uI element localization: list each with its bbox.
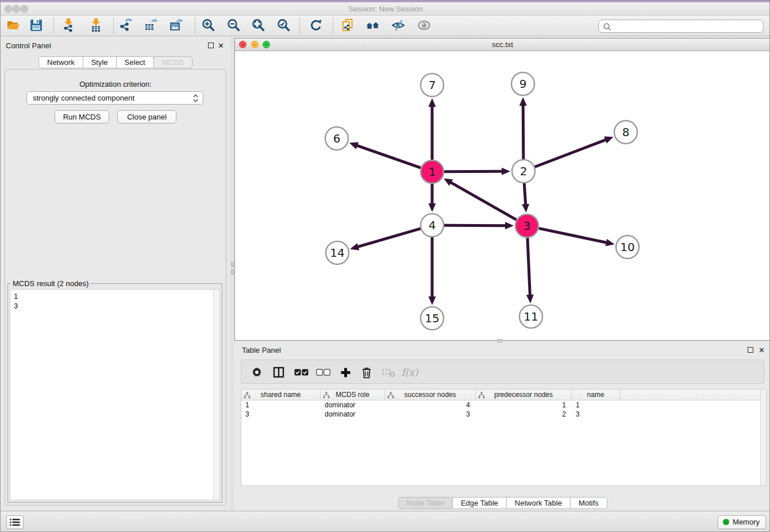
table-row[interactable]: 3dominator323 <box>241 410 760 419</box>
graph-node-6[interactable]: 6 <box>325 127 348 150</box>
search-field[interactable] <box>598 20 764 33</box>
float-table-panel-icon[interactable] <box>748 347 753 353</box>
edge-1-2[interactable] <box>444 171 503 172</box>
graph-node-1[interactable]: 1 <box>421 160 444 183</box>
refresh-layout-icon[interactable] <box>308 17 324 33</box>
close-panel-button[interactable]: Close panel <box>117 110 176 124</box>
column-header-MCDS-role[interactable]: MCDS role <box>321 390 385 400</box>
tab-motifs[interactable]: Motifs <box>570 497 607 509</box>
run-mcds-button[interactable]: Run MCDS <box>55 110 109 124</box>
table-cell[interactable]: dominator <box>321 410 385 419</box>
table-cell[interactable]: 3 <box>241 410 321 419</box>
edge-3-10[interactable] <box>539 228 607 242</box>
add-column-icon[interactable] <box>337 360 354 384</box>
edge-2-3[interactable] <box>524 183 525 205</box>
zoom-out-icon[interactable] <box>226 17 242 33</box>
column-header-predecessor-nodes[interactable]: predecessor nodes <box>476 390 572 400</box>
table-scrollbar[interactable] <box>760 390 766 485</box>
export-table-icon[interactable] <box>143 17 159 33</box>
tab-mcds[interactable]: MCDS <box>153 56 192 68</box>
import-table-icon[interactable] <box>88 17 104 33</box>
function-builder-icon[interactable]: f(x) <box>401 360 418 384</box>
edge-2-8[interactable] <box>535 140 607 167</box>
float-panel-icon[interactable] <box>208 43 214 48</box>
tab-style[interactable]: Style <box>83 56 117 68</box>
delete-column-icon[interactable] <box>358 360 375 384</box>
network-graph[interactable]: 7968124314101511 <box>235 51 770 340</box>
edge-4-3[interactable] <box>444 225 506 226</box>
edge-arrowhead <box>526 295 534 303</box>
zoom-in-icon[interactable] <box>201 17 217 33</box>
application-window: Session: New Session <box>0 0 770 532</box>
tab-network[interactable]: Network <box>38 56 83 68</box>
graph-node-2[interactable]: 2 <box>512 160 535 183</box>
save-session-icon[interactable] <box>28 17 44 33</box>
settings-gear-icon[interactable] <box>248 360 265 384</box>
network-window-titlebar[interactable]: × − + scc.txt <box>235 38 770 51</box>
control-panel: Control Panel ✕ NetworkStyleSelectMCDS O… <box>1 36 230 511</box>
tab-network-table[interactable]: Network Table <box>506 497 571 509</box>
zoom-selected-icon[interactable] <box>276 17 292 33</box>
deselect-all-icon[interactable] <box>314 360 332 384</box>
graph-node-11[interactable]: 11 <box>519 305 542 328</box>
mcds-result-area[interactable]: 13 <box>10 289 220 500</box>
edge-4-14[interactable] <box>357 229 421 247</box>
delete-table-icon[interactable] <box>380 360 397 384</box>
edge-1-6[interactable] <box>356 145 421 168</box>
column-header-successor-nodes[interactable]: successor nodes <box>385 390 476 400</box>
export-image-icon[interactable] <box>168 17 184 33</box>
memory-button[interactable]: Memory <box>718 515 766 529</box>
table-cell[interactable]: 2 <box>476 410 572 419</box>
table-cell[interactable]: dominator <box>321 400 385 410</box>
select-all-icon[interactable] <box>292 360 310 384</box>
close-panel-icon[interactable]: ✕ <box>218 43 224 49</box>
columns-view-icon[interactable] <box>270 360 287 384</box>
table-cell[interactable]: 1 <box>572 400 620 410</box>
tab-edge-table[interactable]: Edge Table <box>452 497 507 509</box>
vertical-splitter[interactable] <box>230 36 234 511</box>
edge-2-9[interactable] <box>523 105 523 159</box>
open-session-icon[interactable] <box>5 17 21 33</box>
network-canvas[interactable]: 7968124314101511 <box>235 51 770 340</box>
network-resize-handle[interactable] <box>497 339 502 342</box>
graph-node-8[interactable]: 8 <box>614 121 637 144</box>
close-table-panel-icon[interactable]: ✕ <box>759 348 765 353</box>
graph-node-14[interactable]: 14 <box>326 241 349 264</box>
column-header-shared-name[interactable]: shared name <box>241 390 321 400</box>
first-neighbors-icon[interactable] <box>365 17 381 33</box>
tab-select[interactable]: Select <box>116 56 154 68</box>
graph-node-9[interactable]: 9 <box>511 72 534 95</box>
table-cell[interactable]: 1 <box>241 400 321 410</box>
graph-node-7[interactable]: 7 <box>421 74 444 97</box>
table-row[interactable]: 1dominator411 <box>241 400 760 410</box>
node-table[interactable]: shared nameMCDS rolesuccessor nodesprede… <box>241 389 767 486</box>
svg-text:15: 15 <box>425 311 439 325</box>
toolbar-separator <box>195 18 195 34</box>
task-history-button[interactable] <box>6 515 24 529</box>
import-network-icon[interactable] <box>60 17 76 33</box>
edge-arrowhead <box>502 168 510 175</box>
column-header-name[interactable]: name <box>572 390 620 400</box>
table-cell[interactable]: 3 <box>385 410 476 419</box>
graph-node-10[interactable]: 10 <box>616 236 639 259</box>
show-all-icon[interactable] <box>416 17 432 33</box>
graph-node-15[interactable]: 15 <box>421 307 444 330</box>
graph-node-3[interactable]: 3 <box>515 214 538 237</box>
table-cell[interactable]: 4 <box>385 400 476 410</box>
table-cell[interactable]: 1 <box>476 400 572 410</box>
main-toolbar <box>1 16 770 36</box>
optimization-criterion-dropdown[interactable]: strongly connected component <box>26 91 203 105</box>
table-body: 1dominator4113dominator323 <box>241 400 760 485</box>
result-scrollbar[interactable] <box>213 290 220 500</box>
svg-text:2: 2 <box>520 164 528 178</box>
tab-node-table[interactable]: Node Table <box>398 497 453 509</box>
hide-selected-icon[interactable] <box>390 17 406 33</box>
export-network-icon[interactable] <box>118 17 134 33</box>
clone-network-icon[interactable] <box>340 17 356 33</box>
graph-node-4[interactable]: 4 <box>421 214 444 237</box>
edge-3-1[interactable] <box>450 182 516 220</box>
search-input[interactable] <box>613 21 761 32</box>
edge-3-11[interactable] <box>528 238 530 296</box>
zoom-fit-icon[interactable] <box>251 17 267 33</box>
table-cell[interactable]: 3 <box>572 410 620 419</box>
